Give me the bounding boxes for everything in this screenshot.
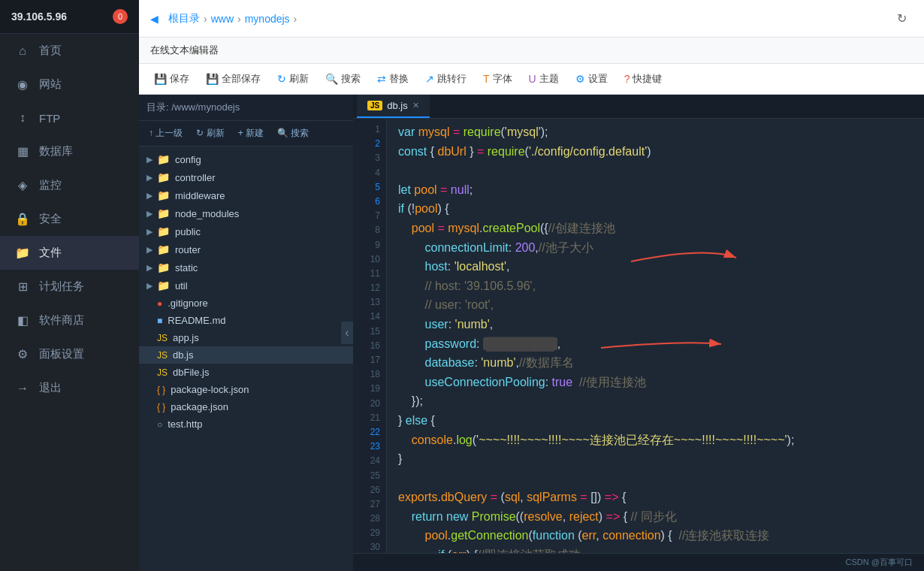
line-number: 3: [353, 151, 386, 165]
file-name: db.js: [173, 349, 193, 361]
code-line: [398, 469, 913, 488]
topbar-refresh-button[interactable]: ↻: [890, 8, 913, 30]
folder-config[interactable]: ▶ 📁 config: [139, 150, 353, 168]
sidebar-label-security: 安全: [39, 212, 62, 226]
line-number: 28: [353, 512, 386, 526]
file-dbjs[interactable]: JS db.js: [139, 346, 353, 364]
line-number: 19: [353, 382, 386, 396]
sidebar-item-store[interactable]: ◧ 软件商店: [0, 304, 139, 337]
save-icon: 💾: [154, 73, 167, 85]
replace-button[interactable]: ⇄ 替换: [370, 68, 416, 89]
folder-controller[interactable]: ▶ 📁 controller: [139, 168, 353, 186]
sidebar-item-files[interactable]: 📁 文件: [0, 236, 139, 270]
file-panel: 目录: /www/mynodejs ↑ 上一级 ↻ 刷新 + 新建 🔍 搜索 ▶…: [139, 95, 353, 571]
sidebar-item-home[interactable]: ⌂ 首页: [0, 34, 139, 68]
sidebar-item-security[interactable]: 🔒 安全: [0, 202, 139, 236]
new-file-button[interactable]: + 新建: [234, 125, 267, 141]
shortcuts-button[interactable]: ? 快捷键: [617, 68, 670, 89]
code-lines[interactable]: var mysql = require('mysql'); const { db…: [387, 119, 924, 553]
tab-dbjs[interactable]: JS db.js ✕: [357, 95, 430, 118]
close-tab-button[interactable]: ✕: [412, 101, 419, 110]
sidebar-item-logout[interactable]: → 退出: [0, 371, 139, 405]
file-package-lock[interactable]: { } package-lock.json: [139, 381, 353, 398]
watermark: CSDN @百事可口: [353, 553, 924, 571]
goto-button[interactable]: ↗ 跳转行: [418, 68, 474, 89]
line-number: 17: [353, 353, 386, 367]
breadcrumb-www[interactable]: www: [211, 13, 234, 25]
file-test-http[interactable]: ○ test.http: [139, 415, 353, 433]
git-file-icon: ●: [157, 298, 162, 309]
breadcrumb-mynodejs[interactable]: mynodejs: [245, 13, 290, 25]
sidebar-item-ftp[interactable]: ↕ FTP: [0, 101, 139, 134]
panel-settings-icon: ⚙: [15, 347, 30, 361]
line-number: 15: [353, 325, 386, 339]
search-files-button[interactable]: 🔍 搜索: [273, 125, 313, 141]
folder-public[interactable]: ▶ 📁 public: [139, 222, 353, 240]
folder-middleware[interactable]: ▶ 📁 middleware: [139, 186, 353, 204]
folder-util[interactable]: ▶ 📁 util: [139, 276, 353, 295]
save-all-button[interactable]: 💾 全部保存: [198, 68, 268, 89]
line-number: 12: [353, 281, 386, 295]
home-icon: ⌂: [15, 44, 30, 58]
expand-icon: ▶: [146, 263, 157, 273]
tab-label: db.js: [387, 100, 407, 111]
expand-icon: ▶: [146, 191, 157, 201]
search-button[interactable]: 🔍 搜索: [318, 68, 368, 89]
sidebar-item-monitor[interactable]: ◈ 监控: [0, 168, 139, 202]
json-file-icon: { }: [157, 385, 165, 395]
js-file-icon: JS: [157, 333, 168, 343]
settings-button[interactable]: ⚙ 设置: [568, 68, 615, 89]
folder-icon: 📁: [157, 153, 170, 165]
theme-button[interactable]: U 主题: [521, 68, 566, 89]
sidebar-item-database[interactable]: ▦ 数据库: [0, 134, 139, 168]
folder-router[interactable]: ▶ 📁 router: [139, 240, 353, 258]
shortcuts-icon: ?: [624, 73, 630, 85]
logout-icon: →: [15, 382, 30, 395]
back-button[interactable]: ◀: [150, 13, 159, 25]
file-appjs[interactable]: JS app.js: [139, 329, 353, 346]
line-number: 22: [353, 425, 386, 440]
folder-static[interactable]: ▶ 📁 static: [139, 258, 353, 276]
sidebar-item-panel-settings[interactable]: ⚙ 面板设置: [0, 337, 139, 371]
sidebar-nav: ⌂ 首页 ◉ 网站 ↕ FTP ▦ 数据库 ◈ 监控 🔒 安全 📁 文件 ⊞: [0, 34, 139, 571]
file-name: package.json: [171, 401, 228, 412]
code-line: exports.dbQuery = (sql, sqlParms = []) =…: [398, 488, 913, 507]
json-file-icon: { }: [157, 402, 165, 412]
file-dbfilejs[interactable]: JS dbFile.js: [139, 364, 353, 381]
folder-icon: 📁: [157, 189, 170, 201]
line-number: 11: [353, 267, 386, 281]
sidebar-header: 39.106.5.96 0: [0, 0, 139, 34]
save-button[interactable]: 💾 保存: [146, 68, 197, 89]
folder-name: public: [175, 226, 201, 237]
replace-icon: ⇄: [377, 73, 386, 85]
sidebar-item-tasks[interactable]: ⊞ 计划任务: [0, 270, 139, 304]
up-dir-button[interactable]: ↑ 上一级: [145, 125, 186, 141]
sidebar-label-tasks: 计划任务: [39, 279, 84, 294]
folder-name: controller: [175, 172, 215, 183]
panel-collapse-button[interactable]: ‹: [341, 322, 353, 344]
code-line: connectionLimit: 200,//池子大小: [398, 238, 913, 258]
folder-name: static: [175, 262, 198, 273]
watermark-text: CSDN @百事可口: [846, 557, 913, 568]
sidebar-item-website[interactable]: ◉ 网站: [0, 68, 139, 101]
code-line: pool = mysql.createPool({//创建连接池: [398, 219, 913, 238]
breadcrumb-root[interactable]: 根目录: [168, 12, 200, 26]
folder-icon: 📁: [157, 243, 170, 255]
ftp-icon: ↕: [15, 111, 30, 125]
folder-node-modules[interactable]: ▶ 📁 node_modules: [139, 204, 353, 222]
file-gitignore[interactable]: ● .gitignore: [139, 295, 353, 312]
code-line: [398, 161, 913, 180]
editor-title: 在线文本编辑器: [139, 38, 924, 64]
server-ip: 39.106.5.96: [11, 11, 67, 23]
save-all-icon: 💾: [206, 73, 219, 85]
file-readme[interactable]: ■ README.md: [139, 312, 353, 329]
refresh-dir-button[interactable]: ↻ 刷新: [192, 125, 228, 141]
editor-toolbar: 💾 保存 💾 全部保存 ↻ 刷新 🔍 搜索 ⇄ 替换 ↗ 跳转行: [139, 64, 924, 95]
font-button[interactable]: T 字体: [476, 68, 520, 89]
folder-name: middleware: [175, 190, 225, 201]
refresh-button[interactable]: ↻ 刷新: [270, 68, 316, 89]
file-package[interactable]: { } package.json: [139, 398, 353, 415]
line-number: 16: [353, 339, 386, 353]
search-icon: 🔍: [325, 73, 338, 85]
folder-name: node_modules: [175, 208, 239, 219]
